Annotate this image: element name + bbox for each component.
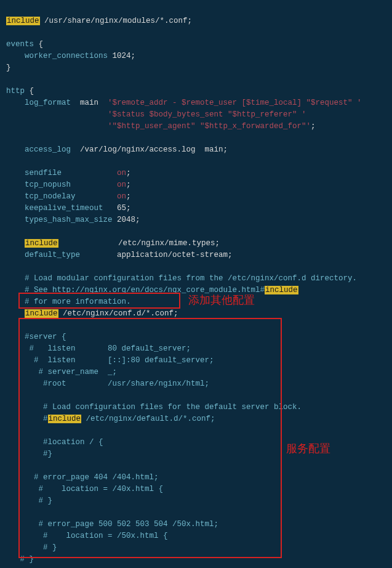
include-keyword-hl: include [25,239,58,248]
comment: # See http://nginx.org/en/docs/ngx_core_… [6,286,265,294]
comment: #server { [6,333,66,341]
pad [6,309,25,318]
nginx-config-code: include /usr/share/nginx/modules/*.conf;… [0,0,392,568]
comment: # error_page 500 502 503 504 /50x.html; [6,520,218,529]
include-keyword-hl: include [25,309,58,318]
pad [6,122,108,131]
comment: # listen 80 default_server; [6,344,191,353]
comment: # for more information. [6,298,131,306]
line-text: /etc/nginx/mime.types; [58,239,220,248]
events-keyword: events [6,40,34,49]
value: 1024; [108,52,135,60]
semi: ; [311,122,316,131]
default-type: default_type [6,251,80,259]
comment: # location = /40x.html { [6,485,163,493]
on-value: on [117,192,126,201]
tcp-nopush: tcp_nopush [6,181,71,189]
include-keyword-hl: include [48,415,82,423]
on-value: on [117,181,126,189]
semi: ; [126,192,131,201]
tcp-nodelay: tcp_nodelay [6,192,76,201]
comment: #location / { [6,438,103,447]
comment: # error_page 404 /404.html; [6,473,159,482]
comment: # [6,415,48,423]
log-format-string: '"$http_user_agent" "$http_x_forwarded_f… [108,122,311,131]
pad [6,239,25,248]
annotation-add-other-config: 添加其他配置 [188,294,255,306]
pad [62,169,117,177]
types-hash-max-size: types_hash_max_size [6,216,113,224]
value: 2048; [113,216,140,224]
semi: ; [126,181,131,189]
line-text: /var/log/nginx/access.log main; [71,145,228,154]
brace: } [6,63,11,72]
comment: #} [6,450,52,458]
log-format-string: '$remote_addr - $remote_user [$time_loca… [108,99,362,107]
comment: # listen [::]:80 default_server; [6,356,214,365]
log-format-string: '$status $body_bytes_sent "$http_referer… [108,110,306,119]
worker-connections: worker_connections [6,52,108,60]
comment: # } [6,497,52,505]
comment: # } [6,555,34,564]
line-text: /usr/share/nginx/modules/*.conf; [40,17,193,25]
comment: #root /usr/share/nginx/html; [6,379,209,388]
comment: # server_name _; [6,368,117,376]
pad [71,181,117,189]
comment: /etc/nginx/default.d/*.conf; [81,415,215,423]
pad [76,192,118,201]
comment: # } [6,543,57,552]
brace: { [25,87,34,95]
comment: # Load modular configuration files from … [6,274,357,283]
comment: # location = /50x.html { [6,532,168,540]
annotation-service-config: 服务配置 [286,443,330,455]
semi: ; [126,169,131,177]
access-log: access_log [6,145,71,154]
value: 65; [103,204,131,213]
comment: # Load configuration files for the defau… [6,403,302,412]
include-keyword-hl: include [265,286,298,294]
include-keyword-hl: include [6,17,40,25]
line-text: /etc/nginx/conf.d/*.conf; [58,309,178,318]
log-format: log_format [6,99,71,107]
main-name: main [71,99,108,107]
keepalive-timeout: keepalive_timeout [6,204,103,213]
http-keyword: http [6,87,25,95]
on-value: on [117,169,126,177]
pad [6,110,108,119]
sendfile: sendfile [6,169,62,177]
line-text: application/octet-stream; [80,251,233,259]
brace: { [34,40,43,49]
